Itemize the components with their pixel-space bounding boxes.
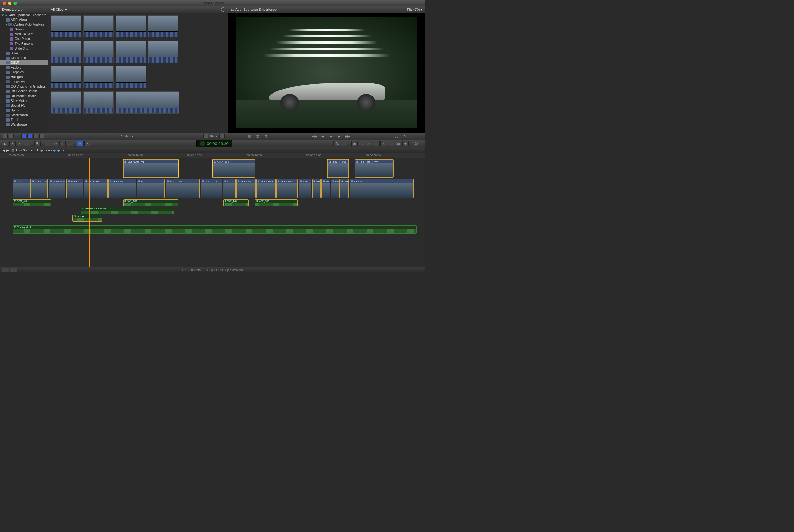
library-item[interactable]: Medium Shot [0, 32, 48, 37]
connect-clip-icon[interactable]: ▭ [45, 140, 51, 146]
transitions-icon[interactable]: ▭ [388, 140, 394, 146]
step-fwd-icon[interactable]: ▶ [336, 134, 342, 139]
fullscreen-icon[interactable]: ⛶ [393, 134, 399, 139]
timeline-btn-1[interactable]: ◆ [53, 149, 56, 152]
keyword-icon[interactable]: ▭ [24, 140, 30, 146]
library-item[interactable]: R8 Exterior Details [0, 89, 48, 94]
browser-clip[interactable] [116, 91, 179, 114]
browser-clip[interactable] [51, 66, 81, 88]
video-clip[interactable]: ⊞ PH… [321, 179, 330, 198]
history-fwd-icon[interactable]: ▶ [6, 149, 9, 152]
titles-icon[interactable]: T [381, 140, 387, 146]
history-back-icon[interactable]: ◀ [2, 149, 5, 152]
video-clip[interactable]: ⊞ ALXA_001 [166, 179, 200, 198]
video-clip[interactable]: ⊞ PH… [331, 179, 339, 198]
browser-clip[interactable] [116, 66, 146, 88]
video-clip[interactable]: ⊞ ALXA_… [13, 179, 30, 198]
library-item[interactable]: ARRI Alexa [0, 17, 48, 22]
browser-gear-icon[interactable] [203, 134, 208, 138]
browser-clip[interactable] [51, 15, 81, 37]
browser-clip[interactable] [83, 66, 114, 88]
video-clip[interactable]: ⊞ PHNT… [298, 179, 311, 198]
viewer-fit-value[interactable]: 47% [413, 7, 420, 12]
video-clip[interactable]: ⊞ ALXA_014 [213, 159, 255, 178]
chevron-down-icon[interactable]: ▾ [65, 7, 67, 12]
video-clip[interactable]: ⊞ ALXA_015 [256, 179, 275, 198]
tools-wrench-icon[interactable]: 🔧 [333, 140, 340, 146]
library-item[interactable]: R8 Interior Details [0, 94, 48, 98]
audio-clip[interactable]: ⊞ 402_T06 [255, 200, 298, 206]
library-item[interactable]: Stabilization [0, 113, 48, 117]
library-item[interactable]: OG Clips fo…n Graphics [0, 84, 48, 89]
audio-clip[interactable]: ⊞ Racing Music [13, 225, 417, 234]
reject-icon[interactable]: ✕ [17, 140, 23, 146]
library-item[interactable]: Group [0, 27, 48, 32]
browser-clip[interactable] [116, 15, 146, 37]
viewer-btn-2[interactable]: ◫ [254, 134, 260, 139]
music2-icon[interactable]: ♫ [373, 140, 380, 146]
viewer-btn-1[interactable]: ▦ [246, 134, 252, 139]
lib-btn-view-3[interactable] [33, 134, 38, 138]
video-clip[interactable]: ⊞ Title Plate_RAW [355, 159, 393, 178]
status-btn-1[interactable] [2, 268, 9, 272]
audio-clip[interactable]: ⊞ SFX_0.9 [13, 200, 51, 206]
video-clip[interactable]: ⊞ Paul_001 [350, 179, 413, 198]
library-item[interactable]: DSLR [0, 60, 48, 65]
camera-icon[interactable]: 📷 [358, 140, 365, 146]
browser-view-toggle[interactable] [219, 134, 224, 138]
audio-clip[interactable]: ⊞ WT_T01 [123, 200, 179, 206]
browser-clip[interactable] [83, 91, 114, 114]
library-item[interactable]: Classroom [0, 56, 48, 60]
video-clip[interactable]: ⊞ PH… [312, 179, 321, 198]
insert-clip-icon[interactable]: ▭ [52, 140, 58, 146]
generators-icon[interactable]: ▦ [395, 140, 402, 146]
arrow-tool-icon[interactable]: ↖ [77, 140, 84, 146]
video-clip[interactable]: ⊞ ALXA_011 [236, 179, 255, 198]
zoom-icon[interactable]: 🔍 [34, 140, 41, 146]
playhead[interactable] [89, 158, 90, 267]
dashboard-icon[interactable]: ◧ [2, 140, 8, 146]
library-item[interactable]: Halogen [0, 75, 48, 79]
video-clip[interactable]: ⊞ PH… [340, 179, 349, 198]
tool-menu-icon[interactable]: ▾ [85, 140, 91, 146]
video-clip[interactable]: ⊞ ALXA_0J2 [201, 179, 222, 198]
step-back-icon[interactable]: ◀ [320, 134, 326, 139]
video-clip[interactable]: ⊞ PHNTM_006 [328, 159, 349, 178]
import-icon[interactable]: ▣ [351, 140, 357, 146]
library-item[interactable]: Warehouse [0, 122, 48, 127]
themes-icon[interactable]: ◉ [402, 140, 409, 146]
append-clip-icon[interactable]: ▭ [59, 140, 66, 146]
library-item[interactable]: Interviews [0, 79, 48, 84]
video-clip[interactable]: ⊞ ALXA_073 [108, 179, 136, 198]
library-item[interactable]: Graphics [0, 70, 48, 75]
timeline-tracks[interactable]: ⊞ MVI_0005 - v1⊞ ALXA_014⊞ PHNTM_006⊞ Ti… [0, 158, 425, 267]
browser-clip[interactable] [51, 91, 81, 114]
chevron-down-icon[interactable]: ▾ [421, 7, 423, 12]
search-icon[interactable] [221, 7, 225, 12]
loop-icon[interactable]: ↻ [402, 134, 407, 139]
video-clip[interactable]: ⊞ ALXA_020 [49, 179, 66, 198]
browser-clip[interactable] [116, 41, 146, 63]
audio-clip[interactable]: ⊞ Interior Warehouse [81, 207, 174, 214]
library-item[interactable]: Slow Motion [0, 98, 48, 103]
video-clip[interactable]: ⊞ ALXA_… [223, 179, 236, 198]
library-item[interactable]: Content Auto-Analysis [0, 22, 48, 27]
library-item[interactable]: Factory [0, 65, 48, 70]
browser-clip[interactable] [83, 15, 114, 37]
lib-btn-view-1[interactable] [21, 134, 26, 138]
lib-btn-filmstrip[interactable] [2, 134, 7, 138]
lib-btn-gear[interactable] [8, 134, 14, 138]
timecode-display[interactable]: 100 00:00:06:20 [196, 140, 232, 147]
browser-clip[interactable] [148, 15, 179, 37]
play-icon[interactable]: ▶ [328, 134, 334, 139]
timeline-btn-2[interactable]: ◆ [57, 149, 60, 152]
library-item[interactable]: Track [0, 117, 48, 122]
timeline-ruler[interactable]: 00:00:00:0000:00:05:0000:00:10:0000:00:1… [0, 153, 425, 158]
library-item[interactable]: B Roll [0, 51, 48, 56]
video-clip[interactable]: ⊞ ALXA_… [67, 179, 84, 198]
chevron-down-icon[interactable]: ▾ [215, 135, 217, 138]
library-item[interactable]: Two Persons [0, 41, 48, 46]
video-clip[interactable]: ⊞ ALXA_062 [84, 179, 108, 198]
viewer-btn-3[interactable]: ⊡ [263, 134, 269, 139]
go-end-icon[interactable]: ▶▶ [345, 134, 350, 139]
